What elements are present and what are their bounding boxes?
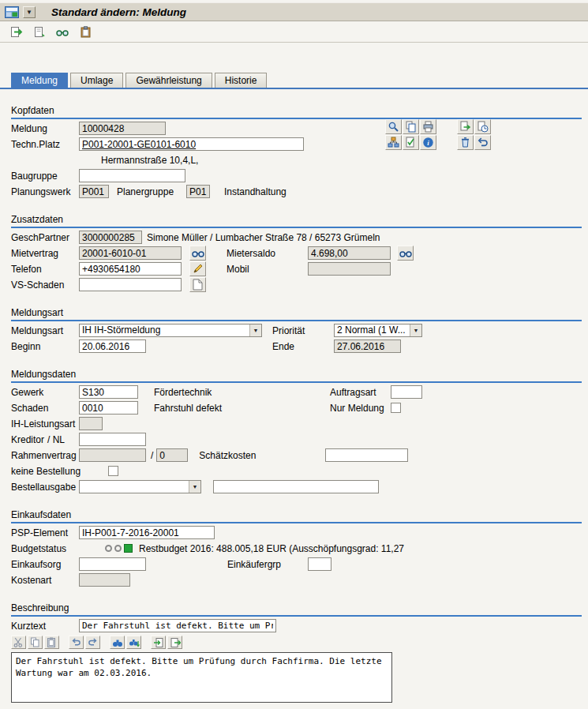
hierarchy-button[interactable] (385, 135, 402, 150)
tab-gewaehrleistung[interactable]: Gewährleistung (125, 73, 212, 88)
goto-other-button[interactable] (8, 24, 25, 39)
technplatz-label: Techn.Platz (11, 139, 79, 150)
find-next-button[interactable] (126, 636, 141, 649)
tab-historie[interactable]: Historie (215, 73, 268, 88)
tab-meldung[interactable]: Meldung (11, 73, 68, 88)
kopfdaten-action-buttons: i (385, 119, 491, 151)
schaetzkosten-field[interactable] (325, 448, 408, 462)
section-divider (11, 227, 582, 228)
ih-leistungsart-field[interactable] (79, 417, 103, 430)
mobil-label: Mobil (227, 264, 308, 275)
vs-schaden-label: VS-Schaden (11, 279, 79, 291)
cut-button[interactable] (11, 636, 26, 649)
schaden-field[interactable] (79, 401, 138, 415)
meldungsart-select[interactable]: IH IH-Störmeldung ▼ (79, 324, 262, 337)
prioritaet-value: 2 Normal (1 W... (335, 324, 410, 336)
copy-button[interactable] (403, 119, 419, 134)
create-text-button[interactable] (189, 277, 206, 292)
meldung-field[interactable] (79, 122, 166, 135)
section-divider (11, 320, 582, 321)
planungswerk-field[interactable] (79, 185, 109, 198)
beginn-field[interactable] (79, 339, 146, 353)
vs-schaden-field[interactable] (79, 278, 182, 291)
technplatz-field[interactable] (79, 137, 304, 151)
section-meldungsdaten: Meldungsdaten Gewerk Fördertechnik Auftr… (11, 369, 582, 493)
chevron-down-icon: ▼ (410, 324, 421, 336)
mietvertrag-field[interactable] (79, 246, 182, 260)
gewerk-row: Gewerk Fördertechnik Auftragsart (11, 385, 582, 399)
kostenart-field[interactable] (79, 573, 130, 587)
telefon-edit-button[interactable] (189, 261, 206, 276)
telefon-field[interactable] (79, 262, 182, 276)
copy-button[interactable] (28, 636, 43, 649)
budgetstatus-text: Restbudget 2016: 488.005,18 EUR (Ausschö… (139, 543, 404, 554)
content-area: Kopfdaten Meldung Techn.Platz Hermannstr… (0, 105, 588, 703)
section-divider (11, 522, 582, 523)
redo-button[interactable] (85, 636, 100, 649)
display-glasses-icon (56, 27, 69, 37)
button-group-gap (437, 119, 456, 134)
budget-status-icons (105, 544, 133, 553)
kurztext-row: Kurztext (11, 619, 582, 632)
ende-field[interactable] (334, 339, 401, 353)
chevron-down-icon: ▼ (26, 9, 32, 16)
planergruppe-field[interactable] (186, 185, 210, 198)
delete-button[interactable] (457, 135, 474, 150)
find-icon (112, 638, 123, 647)
kreditor-field[interactable] (79, 433, 146, 446)
technplatz-row: Techn.Platz (11, 137, 582, 151)
undo-button[interactable] (474, 135, 491, 150)
section-einkaufsdaten: Einkaufsdaten PSP-Element Budgetstatus R… (11, 509, 582, 587)
baugruppe-field[interactable] (79, 169, 185, 182)
mietersaldo-display-button[interactable] (397, 246, 414, 261)
beginn-label: Beginn (11, 341, 79, 352)
mietvertrag-display-button[interactable] (189, 246, 206, 261)
services-button[interactable] (474, 119, 491, 134)
auftragsart-field[interactable] (391, 385, 422, 399)
print-button[interactable] (420, 119, 436, 134)
einkaeufergrp-field[interactable] (308, 557, 331, 571)
einkaufsorg-field[interactable] (79, 557, 146, 571)
search-button[interactable] (385, 119, 402, 134)
page-title: Standard ändern: Meldung (51, 6, 186, 18)
import-text-button[interactable] (151, 636, 166, 649)
display-glasses-button[interactable] (54, 24, 71, 39)
geschpartner-field[interactable] (79, 231, 142, 244)
undo-button[interactable] (69, 636, 84, 649)
bestellausgabe-select[interactable]: ▼ (79, 480, 201, 493)
checklist-button[interactable] (403, 135, 419, 150)
address-row: Hermannstraße 10,4,L, (11, 153, 582, 167)
telefon-row: Telefon Mobil (11, 262, 582, 276)
gewerk-label: Gewerk (11, 387, 79, 398)
titlebar-menu-button[interactable]: ▼ (23, 6, 36, 18)
kurztext-field[interactable] (79, 619, 276, 632)
gewerk-field[interactable] (79, 385, 138, 399)
export-text-icon (170, 637, 181, 648)
print-icon (422, 121, 434, 133)
export-document-button[interactable] (457, 119, 474, 134)
paste-button[interactable] (44, 636, 59, 649)
prioritaet-select[interactable]: 2 Normal (1 W... ▼ (334, 324, 422, 337)
find-button[interactable] (110, 636, 125, 649)
schaetzkosten-label: Schätzkosten (199, 450, 325, 461)
bestellausgabe-text-field[interactable] (213, 480, 379, 493)
schaden-label: Schaden (11, 403, 79, 414)
rahmenvertrag-position-field[interactable] (156, 448, 188, 462)
export-text-button[interactable] (167, 636, 182, 649)
mobil-field[interactable] (308, 262, 391, 276)
status-circle-icon (105, 545, 112, 552)
bestellausgabe-label: Bestellausgabe (11, 482, 79, 493)
psp-element-field[interactable] (79, 526, 215, 539)
action-button-row-2: i (385, 135, 491, 150)
tab-umlage[interactable]: Umlage (70, 73, 123, 88)
mietersaldo-field[interactable] (308, 246, 391, 260)
info-button[interactable]: i (420, 135, 436, 150)
create-document-button[interactable] (31, 24, 48, 39)
section-kopfdaten: Kopfdaten Meldung Techn.Platz Hermannstr… (11, 105, 582, 198)
ih-leistungsart-label: IH-Leistungsart (11, 418, 79, 430)
longtext-editor[interactable]: Der Fahrstuhl ist defekt. Bitte um Prüfu… (11, 652, 392, 703)
nur-meldung-checkbox[interactable] (391, 403, 401, 413)
keine-bestellung-checkbox[interactable] (108, 466, 118, 476)
rahmenvertrag-field[interactable] (79, 448, 146, 462)
clipboard-button[interactable] (77, 24, 94, 39)
